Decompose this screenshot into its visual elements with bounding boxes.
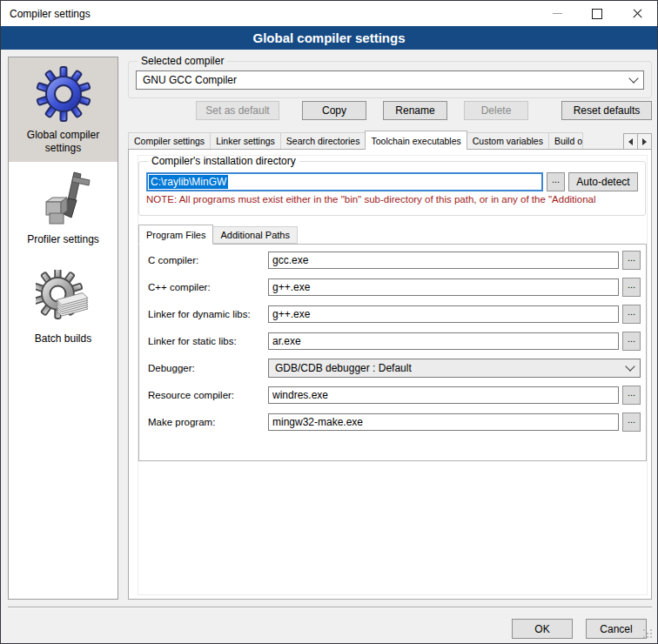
- copy-button[interactable]: Copy: [302, 101, 366, 120]
- browse-button[interactable]: ...: [622, 251, 641, 270]
- field-label: Linker for static libs:: [148, 336, 268, 346]
- chevron-down-icon: [628, 73, 638, 83]
- browse-button[interactable]: ...: [622, 278, 641, 297]
- field-row-dynamic-linker: Linker for dynamic libs: ...: [148, 305, 641, 324]
- field-label: Make program:: [148, 417, 268, 427]
- tab-toolchain-executables[interactable]: Toolchain executables: [365, 131, 467, 150]
- tab-scroll-right-button[interactable]: [637, 133, 652, 150]
- titlebar[interactable]: Compiler settings: [1, 1, 657, 26]
- page-title: Global compiler settings: [1, 26, 657, 50]
- field-label: C compiler:: [148, 255, 268, 265]
- caption-buttons: [537, 1, 657, 26]
- tab-custom-variables[interactable]: Custom variables: [467, 132, 549, 150]
- right-triangle-icon: [642, 138, 647, 145]
- field-row-cpp-compiler: C++ compiler: ...: [148, 278, 641, 297]
- selected-text: C:\raylib\MinGW: [149, 175, 228, 189]
- tab-compiler-settings[interactable]: Compiler settings: [128, 132, 211, 150]
- installation-directory-input[interactable]: C:\raylib\MinGW: [146, 172, 543, 191]
- close-button[interactable]: [617, 1, 657, 26]
- tab-linker-settings[interactable]: Linker settings: [210, 132, 281, 150]
- field-label: C++ compiler:: [148, 282, 268, 292]
- toolchain-executables-panel: Compiler's installation directory C:\ray…: [128, 149, 652, 600]
- delete-button[interactable]: Delete: [464, 101, 528, 120]
- rename-button[interactable]: Rename: [383, 101, 447, 120]
- installation-directory-group: Compiler's installation directory C:\ray…: [138, 155, 646, 216]
- set-as-default-button[interactable]: Set as default: [196, 101, 279, 120]
- tab-program-files[interactable]: Program Files: [138, 225, 213, 245]
- installation-directory-group-label: Compiler's installation directory: [148, 155, 299, 167]
- minimize-button[interactable]: [537, 1, 577, 26]
- c-compiler-input[interactable]: [268, 252, 619, 269]
- close-icon: [632, 8, 643, 19]
- window-title: Compiler settings: [1, 8, 91, 20]
- gray-gear-stack-icon: [36, 270, 91, 325]
- sidebar-item-label: Batch builds: [9, 332, 118, 345]
- field-row-make-program: Make program: ...: [148, 413, 641, 432]
- cancel-button[interactable]: Cancel: [586, 619, 647, 639]
- browse-directory-button[interactable]: ...: [547, 172, 565, 191]
- left-triangle-icon: [628, 138, 633, 145]
- maximize-button[interactable]: [577, 1, 617, 26]
- resize-grip[interactable]: [643, 629, 654, 640]
- sidebar-item-global-compiler-settings[interactable]: Global compiler settings: [9, 57, 118, 162]
- compiler-actions: Set as default Copy Rename Delete Reset …: [128, 101, 652, 120]
- compiler-select-value: GNU GCC Compiler: [143, 74, 237, 86]
- settings-tabbar: Compiler settings Linker settings Search…: [128, 130, 652, 150]
- sidebar-item-batch-builds[interactable]: Batch builds: [9, 261, 118, 366]
- ok-button[interactable]: OK: [512, 619, 573, 639]
- browse-button[interactable]: ...: [622, 305, 641, 324]
- caliper-icon: [36, 171, 91, 226]
- tabs-scroll-area: Compiler settings Linker settings Search…: [128, 130, 624, 150]
- tab-additional-paths[interactable]: Additional Paths: [212, 226, 298, 244]
- debugger-select-value: GDB/CDB debugger : Default: [275, 362, 412, 374]
- field-row-static-linker: Linker for static libs: ...: [148, 332, 641, 351]
- bin-subdirectory-note: NOTE: All programs must exist either in …: [146, 194, 638, 205]
- field-label: Linker for dynamic libs:: [148, 309, 268, 319]
- settings-category-sidebar: Global compiler settings Profiler settin…: [8, 57, 118, 600]
- browse-button[interactable]: ...: [622, 413, 641, 432]
- debugger-select[interactable]: GDB/CDB debugger : Default: [268, 359, 641, 378]
- field-row-resource-compiler: Resource compiler: ...: [148, 386, 641, 405]
- resource-compiler-input[interactable]: [268, 386, 619, 404]
- field-row-debugger: Debugger: GDB/CDB debugger : Default: [148, 359, 641, 378]
- tab-build-options[interactable]: Build options: [548, 132, 583, 150]
- selected-compiler-group: Selected compiler GNU GCC Compiler: [128, 55, 652, 98]
- dynamic-linker-input[interactable]: [268, 305, 619, 323]
- browse-button[interactable]: ...: [622, 332, 641, 351]
- selected-compiler-group-label: Selected compiler: [138, 55, 227, 67]
- sidebar-item-label: Profiler settings: [9, 233, 118, 246]
- field-label: Resource compiler:: [148, 390, 268, 400]
- toolchain-subtabbar: Program Files Additional Paths: [138, 225, 646, 244]
- minimize-icon: [553, 13, 562, 14]
- footer-separator: [8, 607, 652, 608]
- compiler-settings-dialog: Compiler settings Global compiler settin…: [0, 0, 658, 644]
- reset-defaults-button[interactable]: Reset defaults: [561, 101, 652, 120]
- sidebar-item-profiler-settings[interactable]: Profiler settings: [9, 162, 118, 261]
- cpp-compiler-input[interactable]: [268, 278, 619, 296]
- tab-search-directories[interactable]: Search directories: [280, 132, 366, 150]
- sidebar-item-label: Global compiler settings: [9, 129, 118, 155]
- make-program-input[interactable]: [268, 413, 619, 431]
- static-linker-input[interactable]: [268, 332, 619, 350]
- auto-detect-button[interactable]: Auto-detect: [568, 172, 638, 191]
- field-label: Debugger:: [148, 363, 268, 373]
- browse-button[interactable]: ...: [622, 386, 641, 405]
- tab-scroll-buttons: [624, 133, 652, 150]
- compiler-select[interactable]: GNU GCC Compiler: [136, 70, 644, 90]
- field-row-c-compiler: C compiler: ...: [148, 251, 641, 270]
- tab-scroll-left-button[interactable]: [623, 133, 638, 150]
- blue-gear-icon: [36, 66, 91, 122]
- maximize-icon: [592, 9, 602, 19]
- program-files-panel: C compiler: ... C++ compiler: ... Linker…: [138, 244, 647, 461]
- chevron-down-icon: [625, 361, 634, 371]
- installation-directory-row: C:\raylib\MinGW ... Auto-detect: [146, 172, 638, 191]
